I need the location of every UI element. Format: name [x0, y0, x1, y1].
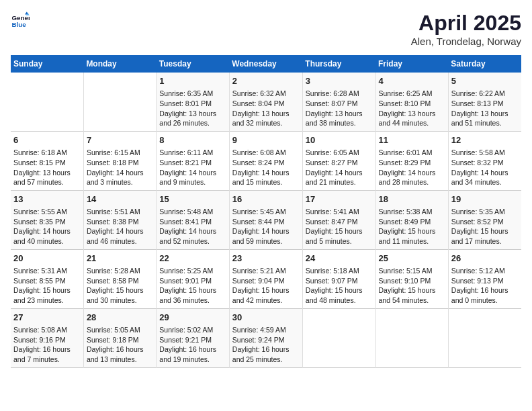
- calendar-week-5: 27Sunrise: 5:08 AMSunset: 9:16 PMDayligh…: [11, 308, 521, 367]
- daylight-text: Daylight: 13 hours and 51 minutes.: [451, 109, 508, 128]
- sunset-text: Sunset: 9:10 PM: [379, 277, 431, 285]
- sunrise-text: Sunrise: 6:05 AM: [306, 148, 359, 156]
- sunrise-text: Sunrise: 5:31 AM: [13, 267, 67, 275]
- sunrise-text: Sunrise: 6:32 AM: [232, 89, 286, 97]
- calendar-cell: [375, 308, 448, 367]
- col-saturday: Saturday: [448, 55, 521, 73]
- header-row: Sunday Monday Tuesday Wednesday Thursday…: [11, 55, 521, 73]
- daylight-text: Daylight: 16 hours and 13 minutes.: [87, 345, 144, 363]
- sunset-text: Sunset: 8:13 PM: [451, 99, 504, 107]
- sunrise-text: Sunrise: 6:11 AM: [159, 148, 213, 156]
- col-wednesday: Wednesday: [229, 55, 302, 73]
- calendar-cell: [11, 73, 83, 131]
- sunset-text: Sunset: 8:38 PM: [87, 218, 139, 226]
- sunrise-text: Sunrise: 6:18 AM: [13, 148, 67, 156]
- day-number: 1: [159, 75, 226, 87]
- calendar-cell: 13Sunrise: 5:55 AMSunset: 8:35 PMDayligh…: [11, 190, 83, 249]
- sunset-text: Sunset: 8:52 PM: [451, 218, 504, 226]
- day-number: 8: [159, 134, 226, 146]
- daylight-text: Daylight: 14 hours and 15 minutes.: [232, 169, 290, 187]
- svg-text:Blue: Blue: [11, 21, 26, 28]
- daylight-text: Daylight: 15 hours and 5 minutes.: [306, 227, 363, 245]
- sunrise-text: Sunrise: 5:58 AM: [451, 148, 505, 156]
- sunset-text: Sunset: 8:47 PM: [306, 218, 358, 226]
- daylight-text: Daylight: 14 hours and 40 minutes.: [13, 227, 71, 245]
- col-sunday: Sunday: [11, 55, 83, 73]
- sunrise-text: Sunrise: 5:41 AM: [306, 208, 359, 216]
- daylight-text: Daylight: 14 hours and 9 minutes.: [159, 169, 216, 187]
- daylight-text: Daylight: 15 hours and 36 minutes.: [159, 286, 216, 304]
- daylight-text: Daylight: 14 hours and 34 minutes.: [451, 169, 508, 187]
- daylight-text: Daylight: 15 hours and 23 minutes.: [13, 286, 71, 304]
- calendar-week-3: 13Sunrise: 5:55 AMSunset: 8:35 PMDayligh…: [11, 190, 521, 249]
- calendar-cell: 23Sunrise: 5:21 AMSunset: 9:04 PMDayligh…: [229, 249, 302, 308]
- daylight-text: Daylight: 14 hours and 52 minutes.: [159, 227, 216, 245]
- daylight-text: Daylight: 14 hours and 28 minutes.: [379, 169, 436, 187]
- day-number: 10: [306, 134, 373, 146]
- sunrise-text: Sunrise: 5:21 AM: [232, 267, 286, 275]
- sunrise-text: Sunrise: 6:01 AM: [379, 148, 433, 156]
- daylight-text: Daylight: 16 hours and 7 minutes.: [13, 345, 71, 363]
- calendar-title: April 2025: [411, 11, 521, 36]
- day-number: 25: [379, 253, 445, 265]
- sunrise-text: Sunrise: 4:59 AM: [232, 326, 286, 334]
- day-number: 22: [159, 253, 226, 265]
- sunset-text: Sunset: 9:24 PM: [232, 336, 285, 344]
- calendar-cell: 9Sunrise: 6:08 AMSunset: 8:24 PMDaylight…: [229, 131, 302, 190]
- logo-icon: General Blue: [11, 11, 30, 30]
- daylight-text: Daylight: 16 hours and 25 minutes.: [232, 345, 290, 363]
- sunrise-text: Sunrise: 5:38 AM: [379, 208, 433, 216]
- daylight-text: Daylight: 13 hours and 38 minutes.: [306, 109, 363, 128]
- daylight-text: Daylight: 15 hours and 30 minutes.: [87, 286, 144, 304]
- day-number: 5: [451, 75, 519, 87]
- daylight-text: Daylight: 15 hours and 17 minutes.: [451, 227, 508, 245]
- daylight-text: Daylight: 13 hours and 32 minutes.: [232, 109, 290, 128]
- daylight-text: Daylight: 13 hours and 44 minutes.: [379, 109, 436, 128]
- calendar-cell: 16Sunrise: 5:45 AMSunset: 8:44 PMDayligh…: [229, 190, 302, 249]
- calendar-cell: 26Sunrise: 5:12 AMSunset: 9:13 PMDayligh…: [448, 249, 521, 308]
- daylight-text: Daylight: 15 hours and 54 minutes.: [379, 286, 436, 304]
- sunset-text: Sunset: 8:29 PM: [379, 158, 431, 167]
- sunrise-text: Sunrise: 5:45 AM: [232, 208, 286, 216]
- calendar-table: Sunday Monday Tuesday Wednesday Thursday…: [11, 55, 521, 368]
- sunset-text: Sunset: 9:13 PM: [451, 277, 504, 285]
- col-friday: Friday: [375, 55, 448, 73]
- sunrise-text: Sunrise: 6:35 AM: [159, 89, 213, 97]
- day-number: 3: [306, 75, 373, 87]
- sunset-text: Sunset: 9:16 PM: [13, 336, 66, 344]
- day-number: 21: [87, 253, 153, 265]
- calendar-cell: 10Sunrise: 6:05 AMSunset: 8:27 PMDayligh…: [302, 131, 375, 190]
- daylight-text: Daylight: 13 hours and 26 minutes.: [159, 109, 216, 128]
- sunset-text: Sunset: 9:07 PM: [306, 277, 358, 285]
- day-number: 13: [13, 193, 81, 205]
- sunset-text: Sunset: 8:32 PM: [451, 158, 504, 167]
- daylight-text: Daylight: 15 hours and 42 minutes.: [232, 286, 290, 304]
- daylight-text: Daylight: 14 hours and 59 minutes.: [232, 227, 290, 245]
- sunset-text: Sunset: 8:24 PM: [232, 158, 285, 167]
- col-monday: Monday: [83, 55, 156, 73]
- calendar-cell: 17Sunrise: 5:41 AMSunset: 8:47 PMDayligh…: [302, 190, 375, 249]
- sunrise-text: Sunrise: 6:15 AM: [87, 148, 140, 156]
- day-number: 6: [13, 134, 81, 146]
- day-number: 23: [232, 253, 300, 265]
- calendar-cell: [448, 308, 521, 367]
- daylight-text: Daylight: 15 hours and 48 minutes.: [306, 286, 363, 304]
- daylight-text: Daylight: 14 hours and 46 minutes.: [87, 227, 144, 245]
- sunset-text: Sunset: 8:58 PM: [87, 277, 139, 285]
- calendar-subtitle: Alen, Trondelag, Norway: [411, 36, 521, 47]
- day-number: 15: [159, 193, 226, 205]
- sunset-text: Sunset: 9:04 PM: [232, 277, 285, 285]
- calendar-cell: 25Sunrise: 5:15 AMSunset: 9:10 PMDayligh…: [375, 249, 448, 308]
- sunset-text: Sunset: 8:41 PM: [159, 218, 212, 226]
- sunset-text: Sunset: 9:21 PM: [159, 336, 212, 344]
- sunrise-text: Sunrise: 5:15 AM: [379, 267, 433, 275]
- header: General Blue April 2025 Alen, Trondelag,…: [11, 11, 521, 47]
- calendar-cell: 19Sunrise: 5:35 AMSunset: 8:52 PMDayligh…: [448, 190, 521, 249]
- daylight-text: Daylight: 15 hours and 11 minutes.: [379, 227, 436, 245]
- day-number: 2: [232, 75, 300, 87]
- day-number: 29: [159, 312, 226, 324]
- sunset-text: Sunset: 9:18 PM: [87, 336, 139, 344]
- sunrise-text: Sunrise: 5:51 AM: [87, 208, 140, 216]
- day-number: 12: [451, 134, 519, 146]
- sunset-text: Sunset: 9:01 PM: [159, 277, 212, 285]
